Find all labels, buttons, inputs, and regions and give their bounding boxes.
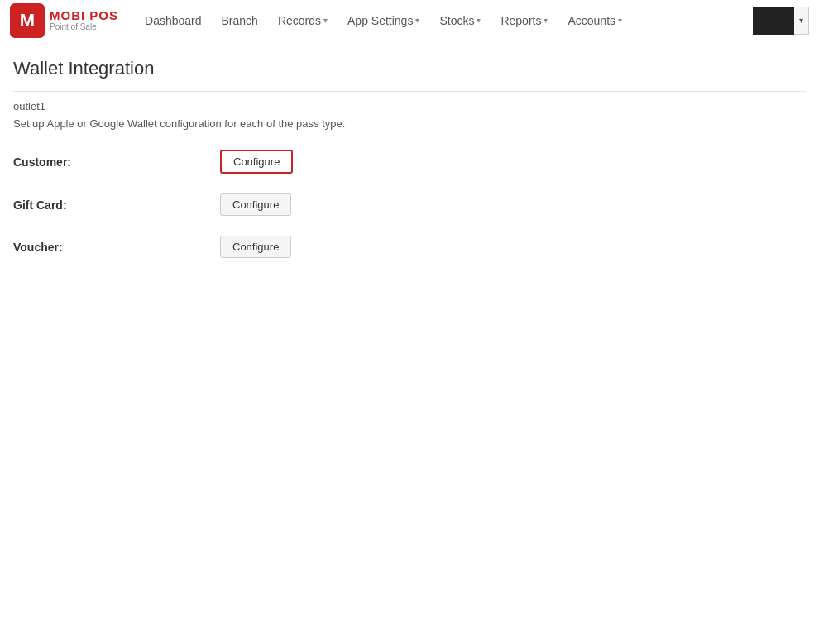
nav-link-reports[interactable]: Reports ▾ [491,0,558,41]
nav-label-reports: Reports [500,14,541,27]
nav-label-dashboard: Dashboard [145,14,202,27]
page-description: Set up Apple or Google Wallet configurat… [13,117,806,130]
brand-name: MOBI POS [50,9,118,23]
nav-item-accounts: Accounts ▾ [558,0,632,41]
user-dropdown-button[interactable]: ▾ [794,7,809,35]
navbar: M MOBI POS Point of Sale Dashboard Branc… [0,0,819,41]
customer-label: Customer: [13,155,220,169]
user-button[interactable] [753,7,794,35]
nav-item-app-settings: App Settings ▾ [338,0,429,41]
customer-configure-button[interactable]: Configure [220,150,293,174]
navbar-right: ▾ [753,7,809,35]
nav-link-app-settings[interactable]: App Settings ▾ [338,0,429,41]
brand-text: MOBI POS Point of Sale [50,9,118,32]
voucher-label: Voucher: [13,241,220,254]
nav-label-app-settings: App Settings [347,14,413,27]
nav-item-branch: Branch [212,0,268,41]
page-divider [13,91,806,92]
nav-link-accounts[interactable]: Accounts ▾ [558,0,632,41]
chevron-down-icon: ▾ [323,16,328,25]
nav-label-records: Records [278,14,321,27]
giftcard-configure-button[interactable]: Configure [220,193,291,216]
brand-logo-link[interactable]: M MOBI POS Point of Sale [10,3,118,38]
nav-link-branch[interactable]: Branch [212,0,268,41]
voucher-config-row: Voucher: Configure [13,236,806,258]
nav-label-branch: Branch [222,14,258,27]
giftcard-label: Gift Card: [13,198,220,212]
page-title: Wallet Integration [13,58,806,79]
nav-item-dashboard: Dashboard [135,0,212,41]
nav-label-stocks: Stocks [439,14,474,27]
chevron-down-icon: ▾ [799,16,803,25]
chevron-down-icon: ▾ [618,16,622,25]
nav-link-stocks[interactable]: Stocks ▾ [429,0,491,41]
nav-link-records[interactable]: Records ▾ [268,0,338,41]
chevron-down-icon: ▾ [477,16,481,25]
voucher-configure-button[interactable]: Configure [220,236,291,258]
chevron-down-icon: ▾ [415,16,419,25]
brand-subtitle: Point of Sale [50,22,118,31]
nav-link-dashboard[interactable]: Dashboard [135,0,212,41]
brand-logo-icon: M [10,3,45,38]
main-content: Wallet Integration outlet1 Set up Apple … [0,41,819,294]
nav-item-records: Records ▾ [268,0,338,41]
outlet-label: outlet1 [13,100,806,112]
nav-item-stocks: Stocks ▾ [429,0,491,41]
chevron-down-icon: ▾ [544,16,548,25]
customer-config-row: Customer: Configure [13,150,806,174]
brand-logo-letter: M [20,12,35,30]
giftcard-config-row: Gift Card: Configure [13,193,806,216]
nav-label-accounts: Accounts [568,14,615,27]
nav-menu: Dashboard Branch Records ▾ App Settings … [135,0,753,41]
nav-item-reports: Reports ▾ [491,0,558,41]
